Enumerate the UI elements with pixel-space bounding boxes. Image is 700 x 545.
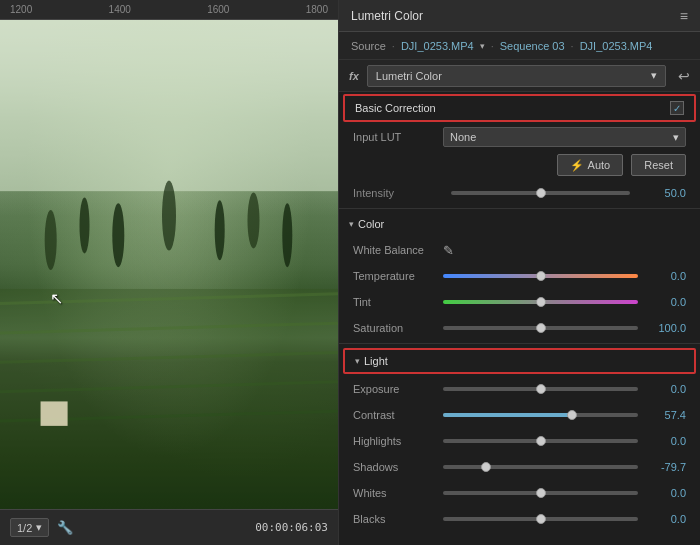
divider-2 [339, 343, 700, 344]
svg-point-7 [282, 203, 292, 267]
lut-dropdown[interactable]: None ▾ [443, 127, 686, 147]
tint-label: Tint [353, 296, 443, 308]
source-clip2[interactable]: DJI_0253.MP4 [580, 40, 653, 52]
blacks-value: 0.0 [646, 513, 686, 525]
exposure-slider[interactable] [443, 387, 638, 391]
zoom-value: 1/2 [17, 522, 32, 534]
light-collapse-arrow: ▾ [355, 356, 360, 366]
eyedropper-icon[interactable]: ✎ [443, 243, 454, 258]
blacks-slider[interactable] [443, 517, 638, 521]
whites-thumb[interactable] [536, 488, 546, 498]
source-bar: Source · DJI_0253.MP4 ▾ · Sequence 03 · … [339, 32, 700, 60]
lut-value: None [450, 131, 476, 143]
light-section: ▾ Light Exposure 0.0 Contrast 57.4 Highl… [339, 346, 700, 532]
light-section-header[interactable]: ▾ Light [343, 348, 696, 374]
highlights-slider[interactable] [443, 439, 638, 443]
shadows-row: Shadows -79.7 [339, 454, 700, 480]
svg-point-5 [215, 200, 225, 260]
basic-correction-label: Basic Correction [355, 102, 664, 114]
effect-name: Lumetri Color [376, 70, 442, 82]
temperature-label: Temperature [353, 270, 443, 282]
saturation-row: Saturation 100.0 [339, 315, 700, 341]
zoom-dropdown[interactable]: 1/2 ▾ [10, 518, 49, 537]
input-lut-row: Input LUT None ▾ [339, 124, 700, 150]
source-clip-arrow[interactable]: ▾ [480, 41, 485, 51]
contrast-label: Contrast [353, 409, 443, 421]
ruler-mark-1600: 1600 [207, 4, 229, 15]
exposure-label: Exposure [353, 383, 443, 395]
white-balance-row: White Balance ✎ [339, 237, 700, 263]
saturation-label: Saturation [353, 322, 443, 334]
ruler-mark-1400: 1400 [109, 4, 131, 15]
blacks-row: Blacks 0.0 [339, 506, 700, 532]
temperature-slider[interactable] [443, 274, 638, 278]
contrast-fill [443, 413, 572, 417]
highlights-thumb[interactable] [536, 436, 546, 446]
basic-correction-header[interactable]: Basic Correction ✓ [343, 94, 696, 122]
lut-arrow: ▾ [673, 131, 679, 144]
effect-dropdown[interactable]: Lumetri Color ▾ [367, 65, 666, 87]
basic-correction-checkbox[interactable]: ✓ [670, 101, 684, 115]
contrast-value: 57.4 [646, 409, 686, 421]
source-sequence[interactable]: Sequence 03 [500, 40, 565, 52]
temperature-value: 0.0 [646, 270, 686, 282]
color-section-label: Color [358, 218, 384, 230]
source-clip[interactable]: DJI_0253.MP4 [401, 40, 474, 52]
intensity-row: Intensity 50.0 [339, 180, 700, 206]
wrench-icon[interactable]: 🔧 [57, 520, 73, 535]
tint-row: Tint 0.0 [339, 289, 700, 315]
reset-effect-icon[interactable]: ↩ [678, 68, 690, 84]
video-content: ↖ [0, 20, 338, 509]
panel-header: Lumetri Color ≡ [339, 0, 700, 32]
highlights-row: Highlights 0.0 [339, 428, 700, 454]
effect-dropdown-arrow: ▾ [651, 69, 657, 82]
video-frame: ↖ [0, 20, 338, 509]
video-panel: 1200 1400 1600 1800 [0, 0, 338, 545]
intensity-slider[interactable] [451, 191, 630, 195]
svg-point-4 [162, 181, 176, 251]
color-section-header[interactable]: ▾ Color [339, 211, 700, 237]
tint-thumb[interactable] [536, 297, 546, 307]
whites-label: Whites [353, 487, 443, 499]
svg-point-6 [248, 192, 260, 248]
contrast-slider[interactable] [443, 413, 638, 417]
auto-button[interactable]: ⚡ Auto [557, 154, 624, 176]
fx-badge: fx [349, 70, 359, 82]
menu-icon[interactable]: ≡ [680, 8, 688, 24]
shadows-thumb[interactable] [481, 462, 491, 472]
exposure-thumb[interactable] [536, 384, 546, 394]
lumetri-panel: Lumetri Color ≡ Source · DJI_0253.MP4 ▾ … [338, 0, 700, 545]
svg-rect-0 [0, 20, 338, 191]
reset-button[interactable]: Reset [631, 154, 686, 176]
shadows-slider[interactable] [443, 465, 638, 469]
contrast-row: Contrast 57.4 [339, 402, 700, 428]
svg-point-1 [45, 210, 57, 270]
white-balance-label: White Balance [353, 244, 443, 256]
blacks-thumb[interactable] [536, 514, 546, 524]
temperature-thumb[interactable] [536, 271, 546, 281]
intensity-thumb[interactable] [536, 188, 546, 198]
blacks-label: Blacks [353, 513, 443, 525]
effect-bar: fx Lumetri Color ▾ ↩ [339, 60, 700, 92]
buttons-row: ⚡ Auto Reset [339, 150, 700, 180]
reset-label: Reset [644, 159, 673, 171]
auto-label: Auto [588, 159, 611, 171]
highlights-value: 0.0 [646, 435, 686, 447]
svg-point-3 [112, 203, 124, 267]
exposure-row: Exposure 0.0 [339, 376, 700, 402]
svg-rect-14 [41, 401, 68, 425]
contrast-thumb[interactable] [567, 410, 577, 420]
color-section: ▾ Color White Balance ✎ Temperature 0.0 … [339, 211, 700, 341]
timeline-ruler: 1200 1400 1600 1800 [0, 0, 338, 20]
highlights-label: Highlights [353, 435, 443, 447]
timecode: 00:00:06:03 [255, 521, 328, 534]
input-lut-label: Input LUT [353, 131, 443, 143]
panel-title: Lumetri Color [351, 9, 423, 23]
tint-slider[interactable] [443, 300, 638, 304]
temperature-row: Temperature 0.0 [339, 263, 700, 289]
saturation-thumb[interactable] [536, 323, 546, 333]
saturation-slider[interactable] [443, 326, 638, 330]
whites-slider[interactable] [443, 491, 638, 495]
svg-point-2 [80, 197, 90, 253]
saturation-value: 100.0 [646, 322, 686, 334]
